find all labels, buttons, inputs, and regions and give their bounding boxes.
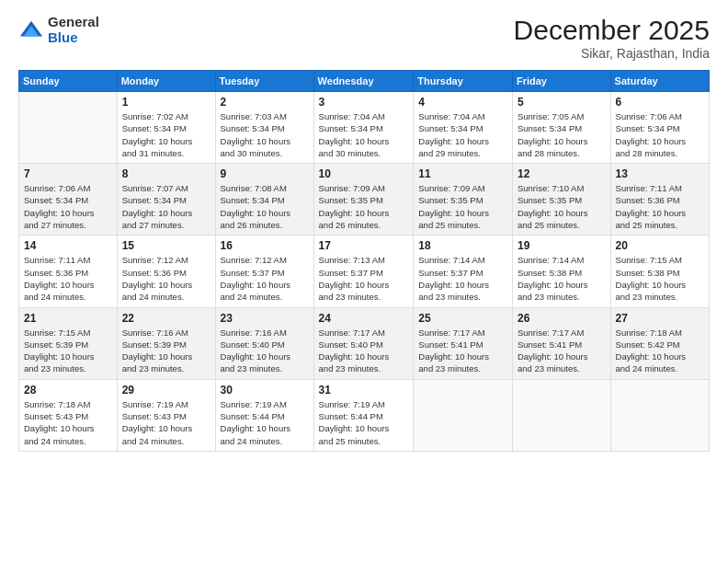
day-number: 15 <box>122 239 210 252</box>
col-header-wednesday: Wednesday <box>313 71 414 92</box>
day-info: Sunrise: 7:11 AMSunset: 5:36 PMDaylight:… <box>616 182 704 231</box>
logo-text: General Blue <box>48 15 99 45</box>
day-info: Sunrise: 7:11 AMSunset: 5:36 PMDaylight:… <box>24 254 112 303</box>
day-number: 18 <box>418 239 507 252</box>
calendar-header-row: SundayMondayTuesdayWednesdayThursdayFrid… <box>19 71 710 92</box>
col-header-friday: Friday <box>512 71 610 92</box>
day-number: 8 <box>122 167 210 180</box>
logo-general: General <box>48 15 99 30</box>
day-number: 5 <box>518 96 606 109</box>
calendar-cell: 21Sunrise: 7:15 AMSunset: 5:39 PMDayligh… <box>19 307 118 379</box>
page: General Blue December 2025 Sikar, Rajast… <box>0 0 728 563</box>
day-info: Sunrise: 7:03 AMSunset: 5:34 PMDaylight:… <box>221 110 309 159</box>
calendar-cell: 13Sunrise: 7:11 AMSunset: 5:36 PMDayligh… <box>610 164 709 236</box>
calendar-cell: 25Sunrise: 7:17 AMSunset: 5:41 PMDayligh… <box>414 307 513 379</box>
day-info: Sunrise: 7:08 AMSunset: 5:34 PMDaylight:… <box>221 182 309 231</box>
day-number: 9 <box>221 167 309 180</box>
title-block: December 2025 Sikar, Rajasthan, India <box>514 15 710 61</box>
calendar-cell: 11Sunrise: 7:09 AMSunset: 5:35 PMDayligh… <box>414 164 513 236</box>
logo-icon <box>18 17 44 43</box>
calendar-cell: 26Sunrise: 7:17 AMSunset: 5:41 PMDayligh… <box>512 307 610 379</box>
calendar-cell <box>414 379 513 451</box>
day-info: Sunrise: 7:18 AMSunset: 5:42 PMDaylight:… <box>616 327 704 375</box>
day-info: Sunrise: 7:06 AMSunset: 5:34 PMDaylight:… <box>24 182 112 231</box>
day-number: 10 <box>319 167 409 180</box>
day-info: Sunrise: 7:07 AMSunset: 5:34 PMDaylight:… <box>122 182 210 231</box>
calendar-cell: 9Sunrise: 7:08 AMSunset: 5:34 PMDaylight… <box>215 164 313 236</box>
calendar-week-row: 28Sunrise: 7:18 AMSunset: 5:43 PMDayligh… <box>19 379 710 451</box>
day-number: 13 <box>616 167 704 180</box>
day-info: Sunrise: 7:10 AMSunset: 5:35 PMDaylight:… <box>518 182 606 231</box>
calendar-cell: 5Sunrise: 7:05 AMSunset: 5:34 PMDaylight… <box>512 92 610 164</box>
day-info: Sunrise: 7:12 AMSunset: 5:36 PMDaylight:… <box>122 254 210 303</box>
calendar-cell: 23Sunrise: 7:16 AMSunset: 5:40 PMDayligh… <box>215 307 313 379</box>
day-number: 2 <box>221 96 309 109</box>
day-number: 11 <box>418 167 507 180</box>
calendar-cell: 30Sunrise: 7:19 AMSunset: 5:44 PMDayligh… <box>215 379 313 451</box>
calendar-week-row: 21Sunrise: 7:15 AMSunset: 5:39 PMDayligh… <box>19 307 710 379</box>
day-number: 12 <box>518 167 606 180</box>
calendar-cell: 16Sunrise: 7:12 AMSunset: 5:37 PMDayligh… <box>215 236 313 307</box>
day-info: Sunrise: 7:05 AMSunset: 5:34 PMDaylight:… <box>518 110 606 159</box>
day-info: Sunrise: 7:09 AMSunset: 5:35 PMDaylight:… <box>319 182 409 231</box>
calendar-cell: 28Sunrise: 7:18 AMSunset: 5:43 PMDayligh… <box>19 379 118 451</box>
day-info: Sunrise: 7:04 AMSunset: 5:34 PMDaylight:… <box>418 110 507 159</box>
col-header-tuesday: Tuesday <box>215 71 313 92</box>
calendar-cell: 15Sunrise: 7:12 AMSunset: 5:36 PMDayligh… <box>117 236 215 307</box>
day-info: Sunrise: 7:12 AMSunset: 5:37 PMDaylight:… <box>221 254 309 303</box>
day-number: 14 <box>24 239 112 252</box>
calendar-cell: 10Sunrise: 7:09 AMSunset: 5:35 PMDayligh… <box>313 164 414 236</box>
calendar-cell: 3Sunrise: 7:04 AMSunset: 5:34 PMDaylight… <box>313 92 414 164</box>
calendar-cell: 4Sunrise: 7:04 AMSunset: 5:34 PMDaylight… <box>414 92 513 164</box>
calendar-week-row: 1Sunrise: 7:02 AMSunset: 5:34 PMDaylight… <box>19 92 710 164</box>
calendar-cell <box>19 92 118 164</box>
calendar-cell: 20Sunrise: 7:15 AMSunset: 5:38 PMDayligh… <box>610 236 709 307</box>
day-info: Sunrise: 7:06 AMSunset: 5:34 PMDaylight:… <box>616 110 704 159</box>
calendar-cell: 14Sunrise: 7:11 AMSunset: 5:36 PMDayligh… <box>19 236 118 307</box>
day-number: 27 <box>616 312 704 325</box>
day-number: 28 <box>24 384 112 396</box>
day-info: Sunrise: 7:14 AMSunset: 5:37 PMDaylight:… <box>418 254 507 303</box>
logo: General Blue <box>18 15 99 45</box>
day-number: 6 <box>616 96 704 109</box>
day-number: 31 <box>319 384 409 396</box>
day-info: Sunrise: 7:14 AMSunset: 5:38 PMDaylight:… <box>518 254 606 303</box>
calendar-cell: 6Sunrise: 7:06 AMSunset: 5:34 PMDaylight… <box>610 92 709 164</box>
calendar-cell <box>610 379 709 451</box>
calendar-cell: 19Sunrise: 7:14 AMSunset: 5:38 PMDayligh… <box>512 236 610 307</box>
day-number: 19 <box>518 239 606 252</box>
day-number: 26 <box>518 312 606 325</box>
day-info: Sunrise: 7:17 AMSunset: 5:41 PMDaylight:… <box>518 327 606 375</box>
day-number: 25 <box>418 312 507 325</box>
day-number: 17 <box>319 239 409 252</box>
calendar-cell <box>512 379 610 451</box>
logo-blue: Blue <box>48 30 99 46</box>
calendar-cell: 31Sunrise: 7:19 AMSunset: 5:44 PMDayligh… <box>313 379 414 451</box>
day-number: 20 <box>616 239 704 252</box>
calendar-cell: 29Sunrise: 7:19 AMSunset: 5:43 PMDayligh… <box>117 379 215 451</box>
day-info: Sunrise: 7:02 AMSunset: 5:34 PMDaylight:… <box>122 110 210 159</box>
day-number: 3 <box>319 96 409 109</box>
day-number: 21 <box>24 312 112 325</box>
day-number: 7 <box>24 167 112 180</box>
calendar-week-row: 14Sunrise: 7:11 AMSunset: 5:36 PMDayligh… <box>19 236 710 307</box>
day-number: 30 <box>221 384 309 396</box>
header: General Blue December 2025 Sikar, Rajast… <box>18 15 710 61</box>
day-info: Sunrise: 7:13 AMSunset: 5:37 PMDaylight:… <box>319 254 409 303</box>
day-number: 4 <box>418 96 507 109</box>
day-info: Sunrise: 7:19 AMSunset: 5:44 PMDaylight:… <box>221 398 309 447</box>
calendar-cell: 2Sunrise: 7:03 AMSunset: 5:34 PMDaylight… <box>215 92 313 164</box>
subtitle: Sikar, Rajasthan, India <box>514 46 710 61</box>
calendar-cell: 18Sunrise: 7:14 AMSunset: 5:37 PMDayligh… <box>414 236 513 307</box>
calendar-cell: 17Sunrise: 7:13 AMSunset: 5:37 PMDayligh… <box>313 236 414 307</box>
day-number: 23 <box>221 312 309 325</box>
day-info: Sunrise: 7:17 AMSunset: 5:41 PMDaylight:… <box>418 327 507 375</box>
calendar-cell: 8Sunrise: 7:07 AMSunset: 5:34 PMDaylight… <box>117 164 215 236</box>
calendar-week-row: 7Sunrise: 7:06 AMSunset: 5:34 PMDaylight… <box>19 164 710 236</box>
calendar-cell: 1Sunrise: 7:02 AMSunset: 5:34 PMDaylight… <box>117 92 215 164</box>
col-header-sunday: Sunday <box>19 71 118 92</box>
day-number: 1 <box>122 96 210 109</box>
day-info: Sunrise: 7:09 AMSunset: 5:35 PMDaylight:… <box>418 182 507 231</box>
day-info: Sunrise: 7:18 AMSunset: 5:43 PMDaylight:… <box>24 398 112 447</box>
day-number: 29 <box>122 384 210 396</box>
